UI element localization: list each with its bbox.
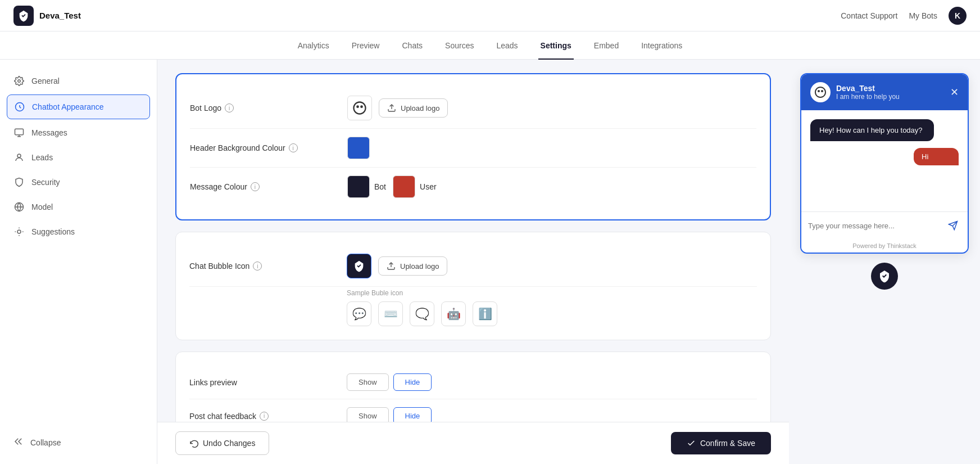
suggestions-icon (13, 226, 25, 237)
header-bg-colour-value (347, 137, 756, 159)
model-icon (13, 201, 25, 213)
bot-logo-row: Bot Logo i Upload logo (190, 88, 756, 129)
links-preview-show-btn[interactable]: Show (347, 373, 389, 391)
chat-bubble-info-icon[interactable]: i (253, 262, 262, 271)
bot-logo-info-icon[interactable]: i (225, 103, 234, 112)
chat-fab-button[interactable] (871, 263, 898, 290)
svg-point-0 (18, 80, 21, 83)
chat-body: Hey! How can I help you today? Hi (801, 110, 968, 211)
collapse-button[interactable]: Collapse (0, 430, 157, 455)
bubble-option-chat[interactable]: 💬 (347, 301, 371, 326)
undo-label: Undo Changes (203, 439, 255, 448)
top-right-actions: Contact Support My Bots K (841, 7, 967, 25)
svg-point-14 (821, 90, 823, 92)
tab-sources[interactable]: Sources (443, 32, 476, 60)
upload-logo-button[interactable]: Upload logo (379, 98, 448, 118)
content-area: Bot Logo i Upload logo Header Background (157, 60, 789, 464)
chat-header-info: Deva_Test I am here to help you (836, 84, 945, 101)
chat-preview-panel: Deva_Test I am here to help you ✕ Hey! H… (789, 60, 980, 464)
chat-bubble-section: Chat Bubble Icon i Upload logo Sample Bu… (175, 232, 771, 340)
user-colour-swatch[interactable] (393, 175, 415, 198)
sample-label: Sample Buble icon (347, 289, 757, 297)
chat-bubble-icon-selected[interactable] (347, 254, 371, 278)
chat-footer (801, 211, 968, 239)
sidebar-label-security: Security (31, 178, 60, 187)
appearance-section-card: Bot Logo i Upload logo Header Background (175, 73, 771, 220)
chat-bubble-value: Upload logo (347, 254, 757, 278)
sidebar-label-chatbot-appearance: Chatbot Appearance (32, 102, 104, 111)
links-preview-hide-btn[interactable]: Hide (393, 373, 432, 391)
bubble-option-message[interactable]: 🗨️ (410, 301, 434, 326)
user-colour-label: User (420, 182, 437, 191)
bubble-option-keyboard[interactable]: ⌨️ (378, 301, 403, 326)
chat-bubble-user: Hi (914, 148, 959, 165)
svg-point-9 (356, 105, 359, 108)
undo-changes-button[interactable]: Undo Changes (175, 431, 269, 455)
tab-embed[interactable]: Embed (592, 32, 621, 60)
sidebar-label-general: General (31, 76, 60, 85)
message-colour-value: Bot User (347, 175, 756, 198)
svg-point-5 (17, 154, 21, 157)
tab-chats[interactable]: Chats (400, 32, 425, 60)
svg-rect-2 (15, 129, 24, 135)
post-chat-feedback-label: Post chat feedback i (189, 412, 347, 421)
links-preview-row: Links preview Show Hide (189, 366, 757, 399)
sidebar-label-messages: Messages (31, 128, 67, 137)
tab-integrations[interactable]: Integrations (639, 32, 684, 60)
chat-bot-subtitle: I am here to help you (836, 93, 945, 101)
links-preview-value: Show Hide (347, 373, 757, 391)
chat-bubble-row: Chat Bubble Icon i Upload logo (189, 246, 757, 287)
message-colour-row: Message Colour i Bot User (190, 168, 756, 206)
bot-colour-swatch[interactable] (347, 175, 370, 198)
sample-bubble-area: Sample Buble icon 💬 ⌨️ 🗨️ 🤖 ℹ️ (189, 289, 757, 326)
sidebar-item-model[interactable]: Model (0, 195, 157, 219)
user-colour-group: User (393, 175, 437, 198)
bubble-option-info[interactable]: ℹ️ (473, 301, 497, 326)
message-colour-label: Message Colour i (190, 182, 347, 191)
sidebar-item-suggestions[interactable]: Suggestions (0, 219, 157, 244)
sidebar-label-model: Model (31, 202, 53, 211)
sidebar-item-messages[interactable]: Messages (0, 120, 157, 145)
chat-send-button[interactable] (945, 218, 961, 233)
chat-message-input[interactable] (808, 222, 941, 230)
header-bg-info-icon[interactable]: i (289, 143, 298, 152)
appearance-icon (14, 101, 25, 112)
chat-widget: Deva_Test I am here to help you ✕ Hey! H… (800, 73, 969, 254)
user-avatar[interactable]: K (949, 7, 967, 25)
tab-analytics[interactable]: Analytics (296, 32, 332, 60)
bot-logo-value: Upload logo (347, 96, 756, 120)
svg-point-13 (818, 90, 820, 92)
logo-area: Deva_Test (13, 6, 81, 26)
chat-close-button[interactable]: ✕ (950, 86, 959, 98)
tab-leads[interactable]: Leads (494, 32, 520, 60)
contact-support-link[interactable]: Contact Support (841, 11, 897, 20)
tab-settings[interactable]: Settings (538, 32, 574, 60)
post-chat-info-icon[interactable]: i (260, 412, 269, 421)
messages-icon (13, 127, 25, 138)
security-icon (13, 177, 25, 188)
header-bg-colour-swatch[interactable] (347, 137, 370, 159)
bot-colour-group: Bot (347, 175, 386, 198)
sidebar-item-leads[interactable]: Leads (0, 145, 157, 170)
confirm-save-button[interactable]: Confirm & Save (671, 432, 771, 454)
message-colour-info-icon[interactable]: i (251, 182, 260, 191)
sidebar-item-security[interactable]: Security (0, 170, 157, 195)
bubble-icon-options: 💬 ⌨️ 🗨️ 🤖 ℹ️ (347, 301, 757, 326)
sidebar-label-leads: Leads (31, 153, 53, 162)
sidebar-item-chatbot-appearance[interactable]: Chatbot Appearance (7, 94, 150, 119)
my-bots-link[interactable]: My Bots (909, 11, 937, 20)
bot-logo-preview (347, 96, 372, 120)
chat-bubble-bot: Hey! How can I help you today? (810, 119, 934, 141)
app-logo[interactable] (13, 6, 34, 26)
sidebar-item-general[interactable]: General (0, 69, 157, 93)
upload-bubble-icon-button[interactable]: Upload logo (378, 256, 447, 276)
top-nav: Deva_Test Contact Support My Bots K (0, 0, 980, 31)
bubble-option-robot[interactable]: 🤖 (441, 301, 466, 326)
svg-point-10 (360, 105, 363, 108)
sidebar-label-suggestions: Suggestions (31, 227, 75, 236)
header-bg-colour-label: Header Background Colour i (190, 143, 347, 152)
links-preview-label: Links preview (189, 378, 347, 387)
tab-preview[interactable]: Preview (350, 32, 382, 60)
powered-by-label: Powered by Thinkstack (801, 239, 968, 253)
confirm-label: Confirm & Save (700, 439, 755, 448)
